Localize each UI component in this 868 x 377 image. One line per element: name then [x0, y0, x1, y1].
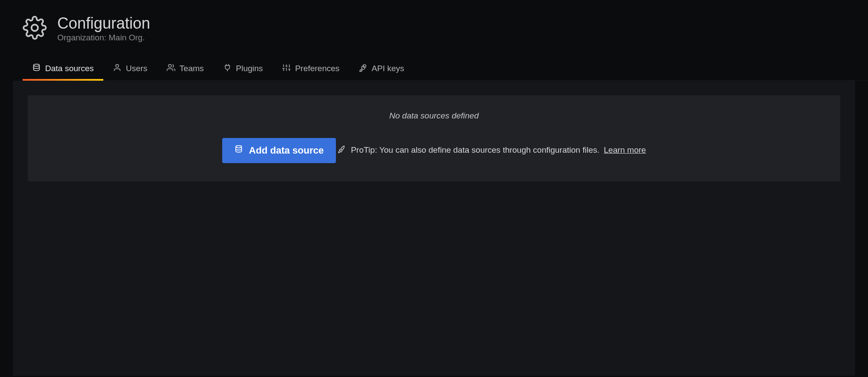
- rocket-icon: [338, 145, 346, 156]
- sliders-icon: [282, 63, 291, 74]
- content-area: No data sources defined Add data source …: [13, 81, 855, 376]
- svg-point-2: [116, 64, 119, 67]
- tab-label: Data sources: [45, 64, 94, 73]
- svg-point-1: [33, 64, 39, 66]
- key-icon: [358, 63, 367, 74]
- tab-label: Preferences: [295, 64, 339, 73]
- svg-point-14: [236, 145, 241, 148]
- tab-preferences[interactable]: Preferences: [273, 57, 349, 80]
- tab-data-sources[interactable]: Data sources: [23, 57, 103, 80]
- tab-label: API keys: [372, 64, 404, 73]
- user-icon: [113, 63, 122, 74]
- tab-users[interactable]: Users: [103, 57, 157, 80]
- tab-plugins[interactable]: Plugins: [214, 57, 273, 80]
- svg-point-3: [168, 64, 171, 67]
- gear-icon: [23, 16, 47, 42]
- empty-state-message: No data sources defined: [36, 111, 832, 121]
- learn-more-link[interactable]: Learn more: [604, 145, 646, 155]
- page-subtitle: Organization: Main Org.: [57, 33, 150, 43]
- tab-api-keys[interactable]: API keys: [349, 57, 414, 80]
- plug-icon: [223, 63, 232, 74]
- tab-label: Users: [126, 64, 148, 73]
- page-title: Configuration: [57, 15, 150, 32]
- empty-state-panel: No data sources defined Add data source …: [28, 95, 840, 181]
- protip-text: ProTip: You can also define data sources…: [351, 145, 599, 155]
- svg-point-0: [32, 24, 38, 31]
- add-button-label: Add data source: [249, 145, 324, 156]
- page-header: Configuration Organization: Main Org.: [0, 0, 868, 43]
- tab-label: Plugins: [236, 64, 263, 73]
- add-data-source-button[interactable]: Add data source: [222, 138, 336, 163]
- database-icon: [32, 63, 41, 74]
- protip: ProTip: You can also define data sources…: [338, 145, 646, 156]
- database-icon: [234, 145, 243, 156]
- tabs-nav: Data sources Users Teams Plugins Prefere…: [23, 57, 868, 81]
- tab-teams[interactable]: Teams: [157, 57, 214, 80]
- tab-label: Teams: [180, 64, 204, 73]
- users-icon: [167, 63, 175, 74]
